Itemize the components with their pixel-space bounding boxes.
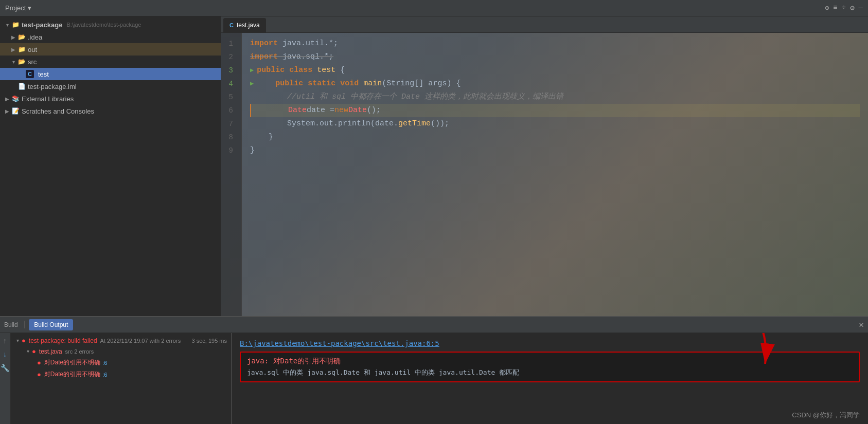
build-item-err1[interactable]: ● 对Date的引用不明确 :6 [10, 357, 231, 368]
item-label: External Libraries [22, 95, 74, 103]
sync-icon[interactable]: ⊕ [825, 4, 829, 12]
method-name: main [363, 77, 382, 90]
code-container: 1 2 3 4 5 6 7 8 9 import java.util.*; [221, 33, 868, 316]
item-label: test-package [22, 21, 62, 29]
sidebar-item-idea[interactable]: ▶ 📂 .idea [0, 31, 221, 43]
code-text: System. [250, 117, 320, 131]
line-num-1: 1 [221, 37, 237, 50]
editor-tab-bar: C test.java [221, 16, 868, 33]
list-icon[interactable]: ≡ [833, 4, 837, 12]
bottom-tab-build-output[interactable]: Build Output [29, 319, 73, 330]
folder-icon: 📂 [17, 33, 26, 41]
bottom-content: ↑ ↓ 🔧 ▾ ● test-package: build failed At … [0, 333, 868, 424]
sidebar-item-iml[interactable]: ▶ 📄 test-package.iml [0, 80, 221, 93]
chevron-icon: ▶ [4, 108, 10, 114]
comment: //util 和 sql 中都存在一个 Date 这样的类，此时就会出现歧义，编… [287, 90, 563, 104]
sidebar-item-out[interactable]: ▶ 📁 out [0, 43, 221, 56]
sidebar-item-test-package[interactable]: ▾ 📁 test-package B:\javatestdemo\test-pa… [0, 19, 221, 31]
chevron-icon: ▾ [25, 348, 31, 355]
sidebar-item-test[interactable]: ▶ C test [0, 68, 221, 80]
line-num-9: 9 [221, 144, 237, 157]
keyword: class [289, 64, 312, 77]
code-text: out [320, 117, 333, 131]
type-name: Date [288, 104, 307, 117]
split-icon[interactable]: ÷ [842, 4, 846, 12]
src-errors-label: src 2 errors [65, 348, 94, 355]
project-menu[interactable]: Project ▾ [5, 4, 31, 12]
chevron-icon: ▾ [4, 22, 10, 28]
arrow-down-icon[interactable]: ↓ [3, 351, 7, 359]
code-text: } [250, 131, 273, 144]
sidebar-item-scratches-and-consoles[interactable]: ▶ 📝 Scratches and Consoles [0, 105, 221, 117]
code-editor[interactable]: 1 2 3 4 5 6 7 8 9 import java.util.*; [221, 33, 868, 316]
item-path: B:\javatestdemo\test-package [66, 22, 141, 28]
build-item-test-java[interactable]: ▾ ● test.java src 2 errors [10, 346, 231, 357]
error-box: java: 对Date的引用不明确 java.sql 中的类 java.sql.… [240, 352, 860, 382]
item-label: test-package.iml [28, 83, 77, 90]
keyword: new [334, 104, 348, 117]
code-line-3: ▶ public class test { [250, 64, 860, 77]
editor-area: C test.java 1 2 3 4 5 6 7 8 9 [221, 16, 868, 316]
code-text: java.util.*; [282, 37, 338, 50]
code-text [251, 104, 288, 117]
error-message-detail: java.sql 中的类 java.sql.Date 和 java.util 中… [247, 368, 853, 377]
build-item-pkg-failed[interactable]: ▾ ● test-package: build failed At 2022/1… [10, 335, 231, 346]
build-output-right: B:\javatestdemo\test-package\src\test.ja… [232, 333, 868, 424]
arrow-up-icon[interactable]: ↑ [3, 337, 7, 345]
build-failed-label: test-package: build failed [29, 337, 97, 344]
iml-icon: 📄 [17, 82, 26, 90]
line-num-8: 8 [221, 131, 237, 144]
keyword: import [250, 37, 278, 50]
code-line-1: import java.util.*; [250, 37, 860, 50]
keyword: public [257, 64, 285, 77]
error-label-2: 对Date的引用不明确 [44, 370, 100, 379]
code-line-5: //util 和 sql 中都存在一个 Date 这样的类，此时就会出现歧义，编… [250, 90, 860, 104]
settings-icon[interactable]: ⚙ [850, 4, 854, 12]
bottom-tab-build-label: Build [4, 321, 18, 328]
code-line-9: } [250, 144, 860, 157]
item-label: test [38, 70, 49, 78]
top-bar-icons: ⊕ ≡ ÷ ⚙ — [825, 4, 863, 12]
minimize-icon[interactable]: — [859, 4, 863, 12]
error-message-title: java: 对Date的引用不明确 [247, 357, 853, 366]
item-label: Scratches and Consoles [22, 107, 94, 115]
sidebar: ▾ 📁 test-package B:\javatestdemo\test-pa… [0, 16, 221, 316]
code-text [250, 90, 287, 104]
line-num-6: 6 [221, 104, 237, 117]
main-layout: ▾ 📁 test-package B:\javatestdemo\test-pa… [0, 16, 868, 316]
code-text: (String[] args) { [382, 77, 460, 90]
bottom-tab-separator: | [22, 320, 27, 329]
folder-icon: 📁 [11, 21, 20, 29]
src-folder-icon: 📂 [17, 58, 26, 66]
tab-icon: C [229, 22, 234, 28]
chevron-icon: ▶ [4, 96, 10, 102]
error-line-1: :6 [102, 360, 107, 366]
code-line-6: Date date = new Date(); [250, 104, 860, 117]
chevron-icon: ▾ [14, 338, 21, 344]
error-file-path[interactable]: B:\javatestdemo\test-package\src\test.ja… [240, 339, 860, 347]
editor-tab-test-java[interactable]: C test.java [223, 18, 266, 32]
error-icon: ● [37, 359, 41, 366]
sidebar-item-src[interactable]: ▾ 📂 src [0, 56, 221, 68]
tab-label: test.java [237, 22, 260, 29]
line-num-7: 7 [221, 117, 237, 131]
keyword: public [275, 77, 303, 90]
bottom-tab-bar: Build | Build Output ✕ [0, 317, 868, 333]
chevron-icon: ▾ [10, 59, 16, 65]
bottom-side-icons: ↑ ↓ 🔧 [0, 333, 10, 424]
code-text: date = [307, 104, 334, 117]
sidebar-item-external-libraries[interactable]: ▶ 📚 External Libraries [0, 93, 221, 105]
item-label: src [28, 58, 37, 66]
build-time: At 2022/11/2 19:07 with 2 errors [100, 338, 181, 344]
wrench-icon[interactable]: 🔧 [1, 364, 9, 373]
chevron-icon: ▶ [10, 34, 16, 40]
code-line-8: } [250, 131, 860, 144]
error-icon: ● [37, 371, 41, 378]
code-text: { [340, 64, 345, 77]
library-icon: 📚 [11, 95, 20, 103]
close-icon[interactable]: ✕ [859, 320, 864, 330]
item-label: out [28, 46, 37, 53]
type-name: Date [348, 104, 367, 117]
build-item-err2[interactable]: ● 对Date的引用不明确 :6 [10, 368, 231, 380]
code-text: } [250, 144, 255, 157]
